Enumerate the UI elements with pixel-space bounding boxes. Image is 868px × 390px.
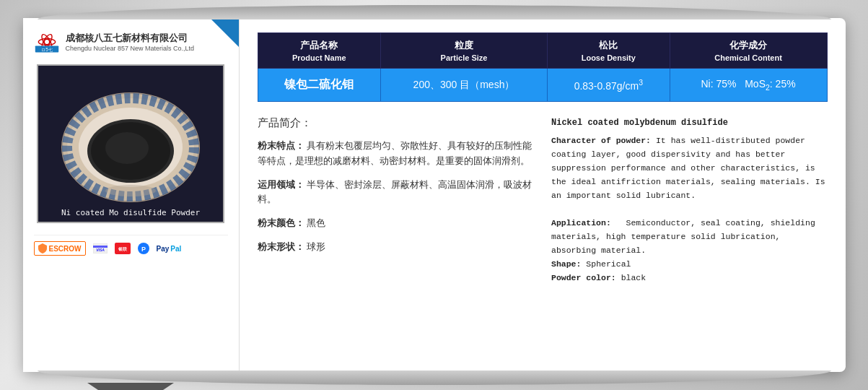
col-loose-density: 松比 Loose Density — [547, 33, 670, 69]
shape-text: 球形 — [307, 241, 325, 252]
desc-shape: 粉末形状： 球形 — [258, 240, 534, 255]
char-label: Character of powder: — [551, 136, 651, 145]
powder-color-label: Powder color: — [551, 273, 616, 282]
right-panel: 产品名称 Product Name 粒度 Particle Size 松比 Lo… — [240, 18, 846, 372]
paypal-label2: Pal — [170, 245, 181, 253]
col-chemical-content-cn: 化学成分 — [679, 39, 818, 52]
cell-particle-size: 200、300 目（mesh） — [381, 69, 548, 102]
desc-english: Nickel coated molybdenum disulfide Chara… — [551, 116, 828, 285]
company-header: ロ5七 成都核八五七新材料有限公司 Chengdu Nuclear 857 Ne… — [34, 29, 228, 55]
col-loose-density-en: Loose Density — [556, 53, 661, 62]
plate-illustration — [51, 79, 210, 209]
svg-point-15 — [105, 185, 156, 196]
col-product-name: 产品名称 Product Name — [258, 33, 381, 69]
company-info: 成都核八五七新材料有限公司 Chengdu Nuclear 857 New Ma… — [66, 32, 195, 52]
desc-powder-features: 粉末特点： 具有粉末包覆层均匀、弥散性好、具有较好的压制性能等特点，是理想的减磨… — [258, 139, 534, 169]
desc-title: 产品简介： — [258, 116, 534, 130]
col-particle-size-en: Particle Size — [390, 53, 538, 62]
table-row: 镍包二硫化钼 200、300 目（mesh） 0.83-0.87g/cm3 Ni… — [258, 69, 827, 102]
company-logo-icon: ロ5七 — [34, 29, 60, 55]
app-label: Application: — [551, 218, 611, 228]
col-loose-density-cn: 松比 — [556, 39, 661, 52]
english-title: Nickel coated molybdenum disulfide — [551, 116, 828, 130]
alipay-icon: P — [138, 243, 149, 254]
cell-loose-density: 0.83-0.87g/cm3 — [547, 69, 670, 102]
powder-features-label: 粉末特点： — [258, 140, 304, 151]
desc-color: 粉末颜色： 黑色 — [258, 216, 534, 231]
product-description: 产品简介： 粉末特点： 具有粉末包覆层均匀、弥散性好、具有较好的压制性能等特点，… — [258, 116, 828, 285]
svg-text:银联: 银联 — [118, 246, 128, 251]
shape-en-text: Spherical — [586, 259, 631, 269]
corner-decoration — [210, 18, 239, 47]
company-name-cn: 成都核八五七新材料有限公司 — [66, 32, 195, 45]
product-image: Ni coated Mo disulfide Powder — [37, 64, 224, 223]
col-particle-size-cn: 粒度 — [390, 39, 538, 52]
svg-point-14 — [105, 132, 149, 164]
applications-label: 运用领域： — [258, 179, 304, 190]
char-text: It has well-distributed powder coating l… — [551, 136, 825, 200]
cell-product-name: 镍包二硫化钼 — [258, 69, 381, 102]
col-product-name-en: Product Name — [267, 53, 372, 62]
product-image-label: Ni coated Mo disulfide Powder — [38, 208, 223, 217]
paypal-badge: Pay Pal — [157, 245, 182, 253]
color-text: 黑色 — [307, 217, 325, 228]
english-body: Character of powder: It has well-distrib… — [551, 134, 828, 285]
svg-text:VISA: VISA — [96, 248, 105, 252]
unionpay-icon: 银联 — [115, 243, 131, 254]
shape-label: 粉末形状： — [258, 241, 304, 252]
product-card: ロ5七 成都核八五七新材料有限公司 Chengdu Nuclear 857 Ne… — [23, 18, 846, 372]
col-particle-size: 粒度 Particle Size — [381, 33, 548, 69]
scroll-arrow-icon — [87, 383, 174, 390]
escrow-label: ESCROW — [49, 245, 82, 253]
product-table: 产品名称 Product Name 粒度 Particle Size 松比 Lo… — [258, 32, 828, 102]
company-name-en: Chengdu Nuclear 857 New Materials Co.,Lt… — [66, 45, 195, 52]
shape-en-label: Shape: — [551, 259, 581, 269]
col-product-name-cn: 产品名称 — [267, 39, 372, 52]
cell-chemical-content: Ni: 75% MoS2: 25% — [670, 69, 827, 102]
shield-icon — [38, 243, 47, 254]
svg-text:ロ5七: ロ5七 — [41, 47, 53, 52]
svg-text:P: P — [141, 246, 145, 253]
color-label: 粉末颜色： — [258, 217, 304, 228]
desc-applications: 运用领域： 半导体、密封涂层、屏蔽材料、高温固体润滑，吸波材料。 — [258, 178, 534, 208]
svg-point-1 — [44, 39, 49, 44]
credit-card-icon: VISA — [93, 243, 108, 254]
escrow-badge: ESCROW — [34, 241, 86, 256]
payment-icons: ESCROW VISA 银联 P Pay Pal — [34, 235, 228, 261]
paypal-label: Pay — [157, 245, 170, 253]
left-panel: ロ5七 成都核八五七新材料有限公司 Chengdu Nuclear 857 Ne… — [23, 18, 240, 372]
col-chemical-content-en: Chemical Content — [679, 53, 818, 62]
col-chemical-content: 化学成分 Chemical Content — [670, 33, 827, 69]
table-header-row: 产品名称 Product Name 粒度 Particle Size 松比 Lo… — [258, 33, 827, 69]
desc-chinese: 产品简介： 粉末特点： 具有粉末包覆层均匀、弥散性好、具有较好的压制性能等特点，… — [258, 116, 534, 285]
powder-color-text: black — [621, 273, 646, 282]
